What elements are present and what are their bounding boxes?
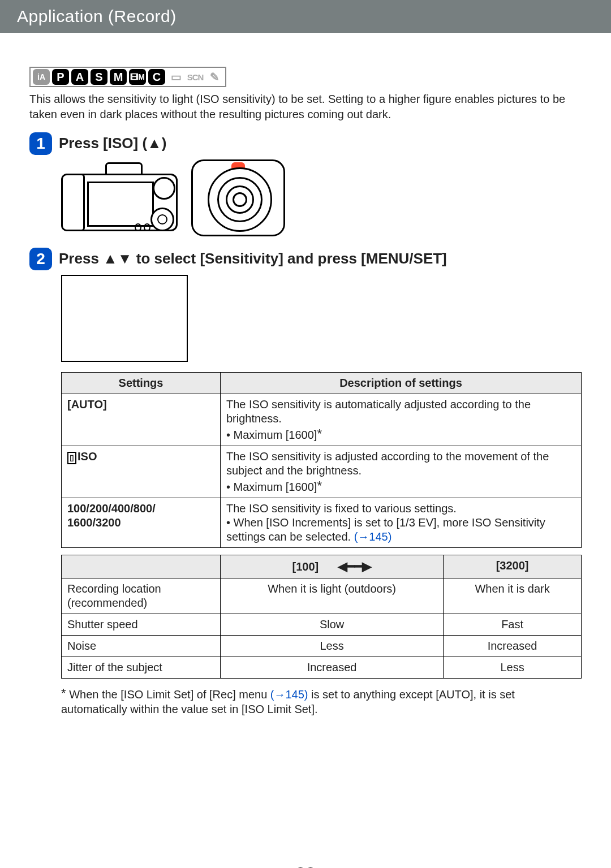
table-row: NoiseLessIncreased — [62, 635, 582, 657]
table-row: 100/200/400/800/ 1600/3200 The ISO sensi… — [62, 498, 582, 548]
link-145[interactable]: (→145) — [354, 530, 392, 543]
desc-auto: The ISO sensitivity is automatically adj… — [226, 398, 531, 425]
asterisk-icon: * — [317, 478, 322, 493]
mode-s-icon: S — [91, 69, 107, 85]
setting-auto: [AUTO] — [67, 398, 107, 411]
mode-scn-icon: SCN — [187, 69, 204, 85]
range-arrow-icon: ◀━━▶ — [338, 559, 372, 575]
table-row: ▯ISO The ISO sensitivity is adjusted acc… — [62, 446, 582, 498]
dpad-zoom-icon — [191, 159, 285, 236]
h-description: Description of settings — [221, 373, 582, 394]
table-row: Shutter speedSlowFast — [62, 614, 582, 635]
camera-back-icon — [61, 161, 186, 235]
mode-a-icon: A — [71, 69, 88, 85]
screen-placeholder — [61, 275, 188, 362]
step-1: 1 Press [ISO] (▲) — [29, 132, 582, 155]
h-3200: [3200] — [444, 555, 582, 578]
intelligent-iso-icon: ▯ — [67, 452, 76, 464]
step-1-title: Press [ISO] (▲) — [59, 135, 166, 152]
asterisk-icon: * — [61, 686, 66, 700]
step-2-title: Press ▲▼ to select [Sensitivity] and pre… — [59, 250, 447, 267]
footnote-a: When the [ISO Limit Set] of [Rec] menu — [69, 688, 270, 701]
footnote: * When the [ISO Limit Set] of [Rec] menu… — [61, 685, 582, 716]
mode-panorama-icon: ▭ — [167, 69, 184, 85]
mode-p-icon: P — [52, 69, 69, 85]
setting-fixed: 100/200/400/800/ 1600/3200 — [67, 502, 156, 529]
desc-iiso-max: • Maximum [1600] — [226, 481, 317, 493]
mode-ia-icon: iA — [33, 69, 50, 85]
mode-availability-row: iA P A S M 🎞M C ▭ SCN ✎ — [29, 67, 226, 87]
link-145[interactable]: (→145) — [270, 688, 308, 701]
mode-m-icon: M — [110, 69, 127, 85]
desc-iiso: The ISO sensitivity is adjusted accordin… — [226, 450, 549, 477]
table-row: Recording location (recommended)When it … — [62, 578, 582, 614]
breadcrumb: Application (Record) — [17, 7, 177, 25]
mode-movie-m-icon: 🎞M — [129, 69, 146, 85]
setting-iiso: ISO — [78, 450, 97, 463]
step-number-1: 1 — [29, 132, 52, 155]
h-settings: Settings — [62, 373, 221, 394]
h-blank — [62, 555, 221, 578]
comparison-table: [100] ◀━━▶ [3200] Recording location (re… — [61, 555, 582, 679]
table-row: [AUTO] The ISO sensitivity is automatica… — [62, 394, 582, 446]
step-number-2: 2 — [29, 248, 52, 270]
step-2: 2 Press ▲▼ to select [Sensitivity] and p… — [29, 248, 582, 270]
settings-table: Settings Description of settings [AUTO] … — [61, 372, 582, 548]
asterisk-icon: * — [317, 426, 322, 441]
mode-c-icon: C — [148, 69, 165, 85]
desc-fixed: The ISO sensitivity is fixed to various … — [226, 502, 457, 515]
mode-creative-icon: ✎ — [206, 69, 223, 85]
camera-illustration — [61, 158, 582, 237]
desc-auto-max: • Maximum [1600] — [226, 429, 317, 441]
breadcrumb-header: Application (Record) — [0, 0, 611, 33]
h-100: [100] — [292, 560, 319, 573]
table-row: Jitter of the subjectIncreasedLess — [62, 657, 582, 678]
intro-text: This allows the sensitivity to light (IS… — [29, 92, 582, 122]
